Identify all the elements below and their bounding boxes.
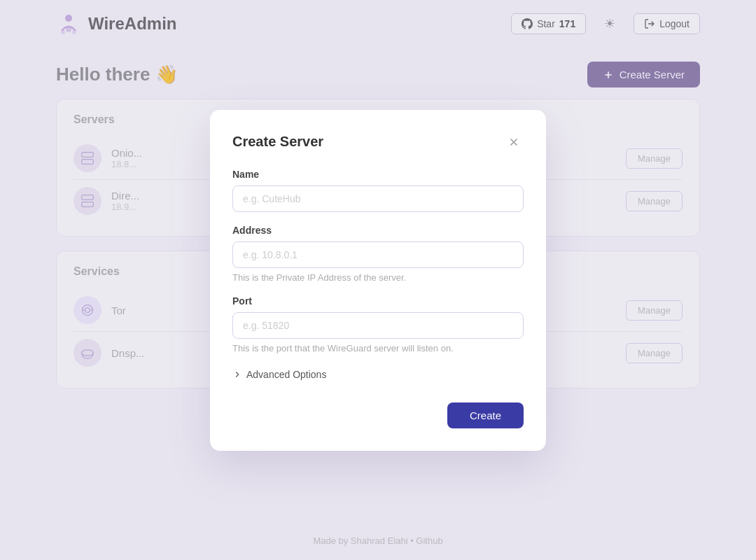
close-icon: [507, 136, 520, 148]
chevron-right-icon: [232, 370, 242, 379]
name-field-group: Name: [232, 169, 524, 212]
address-hint: This is the Private IP Address of the se…: [232, 272, 524, 283]
modal-close-button[interactable]: [504, 132, 524, 152]
modal-footer: Create: [232, 402, 524, 428]
modal-header: Create Server: [232, 132, 524, 152]
address-field-group: Address This is the Private IP Address o…: [232, 225, 524, 283]
address-input[interactable]: [232, 241, 524, 268]
modal-overlay[interactable]: Create Server Name Address This is the P…: [0, 0, 756, 560]
advanced-options-toggle[interactable]: Advanced Options: [232, 366, 326, 383]
create-server-modal: Create Server Name Address This is the P…: [210, 110, 546, 451]
port-hint: This is the port that the WireGuard serv…: [232, 343, 524, 354]
name-input[interactable]: [232, 186, 524, 212]
advanced-options-label: Advanced Options: [246, 369, 326, 380]
port-input[interactable]: [232, 312, 524, 339]
port-field-group: Port This is the port that the WireGuard…: [232, 295, 524, 354]
name-label: Name: [232, 169, 524, 180]
address-label: Address: [232, 225, 524, 236]
modal-title: Create Server: [232, 134, 323, 150]
port-label: Port: [232, 295, 524, 307]
modal-create-button[interactable]: Create: [447, 402, 524, 428]
